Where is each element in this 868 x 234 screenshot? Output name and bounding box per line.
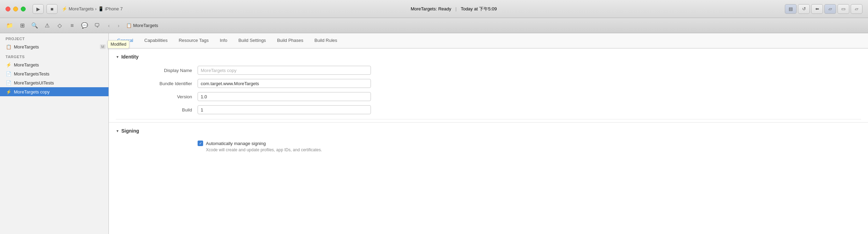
layout-panel-left-button[interactable]: ▱ [824, 4, 836, 14]
tab-build-settings-label: Build Settings [238, 38, 266, 43]
time-text: Today at 下午5:09 [461, 6, 497, 12]
identity-collapse-icon[interactable]: ▼ [116, 55, 119, 59]
tab-capabilities[interactable]: Capabilities [139, 33, 173, 48]
maximize-button[interactable] [21, 7, 26, 11]
layout-left-button[interactable]: ▤ [785, 4, 797, 14]
status-separator: | [455, 6, 457, 11]
comment-icon[interactable]: 🗨 [92, 20, 103, 31]
warning-icon[interactable]: ⚠ [42, 20, 53, 31]
breadcrumb-label: MoreTargets [133, 23, 158, 28]
breadcrumb-icon: 📋 [126, 23, 132, 28]
bundle-id-input[interactable] [198, 79, 371, 88]
tab-build-rules[interactable]: Build Rules [309, 33, 343, 48]
auto-signing-label: Automatically manage signing [206, 141, 266, 146]
build-input[interactable] [198, 105, 371, 114]
status-text: MoreTargets: Ready [411, 6, 451, 11]
toolbar-navigation: ‹ › [104, 21, 123, 30]
settings-content: ▼ Identity Display Name Bundle Identifie… [109, 48, 868, 234]
project-icon: 📋 [6, 44, 12, 50]
tab-info[interactable]: Info [214, 33, 233, 48]
tab-build-settings[interactable]: Build Settings [233, 33, 272, 48]
tab-build-phases-label: Build Phases [277, 38, 303, 43]
main-area: PROJECT 📋 MoreTargets M TARGETS ⚡ MoreTa… [0, 33, 868, 234]
content-area: General Capabilities Resource Tags Info … [109, 33, 868, 234]
tab-capabilities-label: Capabilities [144, 38, 167, 43]
identity-section-title: Identity [121, 54, 139, 60]
tab-build-phases[interactable]: Build Phases [271, 33, 309, 48]
layout-panel-right-button[interactable]: ▱ [851, 4, 862, 14]
section-divider [116, 119, 861, 119]
signing-description: Xcode will create and update profiles, a… [206, 147, 440, 152]
target-item-label: MoreTargets [14, 62, 39, 68]
traffic-lights [6, 7, 26, 11]
sidebar-item-project[interactable]: 📋 MoreTargets M [0, 42, 108, 51]
layout-refresh-button[interactable]: ↺ [798, 4, 810, 14]
search-icon[interactable]: 🔍 [29, 20, 40, 31]
app-name: MoreTargets [69, 6, 94, 11]
titlebar-right-controls: ▤ ↺ ⬅ ▱ ▭ ▱ [785, 4, 862, 14]
sidebar-item-copy[interactable]: ⚡ MoreTargets copy [0, 87, 108, 96]
layout-panel-center-button[interactable]: ▭ [837, 4, 849, 14]
targets-section-label: TARGETS [0, 51, 108, 60]
uitest-item-label: MoreTargetsUITests [14, 80, 54, 86]
test-icon: 📄 [6, 71, 12, 77]
signing-checkbox-area: ✓ Automatically manage signing Xcode wil… [198, 141, 440, 152]
toolbar: 📁 ⊞ 🔍 ⚠ ◇ ≡ 💬 🗨 ‹ › 📋 MoreTargets [0, 18, 868, 33]
bundle-id-row: Bundle Identifier [109, 77, 868, 90]
back-button[interactable]: ‹ [104, 21, 114, 30]
signing-section-header: ▼ Signing [109, 122, 868, 138]
auto-signing-row: ✓ Automatically manage signing [198, 141, 440, 146]
sidebar: PROJECT 📋 MoreTargets M TARGETS ⚡ MoreTa… [0, 33, 109, 234]
diamond-icon[interactable]: ◇ [54, 20, 65, 31]
device-name: iPhone 7 [105, 6, 123, 11]
display-name-row: Display Name [109, 64, 868, 77]
build-row: Build [109, 103, 868, 116]
tab-build-rules-label: Build Rules [314, 38, 337, 43]
speech-icon[interactable]: 💬 [79, 20, 90, 31]
signing-collapse-icon[interactable]: ▼ [116, 129, 119, 133]
sidebar-item-moretargets[interactable]: ⚡ MoreTargets [0, 60, 108, 69]
identity-section-header: ▼ Identity [109, 48, 868, 64]
folder-icon[interactable]: 📁 [4, 20, 15, 31]
target-icon: ⚡ [6, 62, 12, 68]
titlebar-status: MoreTargets: Ready | Today at 下午5:09 [127, 6, 781, 12]
sidebar-item-uitests[interactable]: 📄 MoreTargetsUITests [0, 78, 108, 87]
build-label: Build [123, 107, 192, 112]
modified-badge: M [100, 44, 106, 49]
uitest-icon: 📄 [6, 80, 12, 86]
modified-tooltip: Modified [107, 40, 109, 48]
play-button[interactable]: ▶ [33, 4, 44, 14]
display-name-input[interactable] [198, 66, 371, 75]
list-icon[interactable]: ≡ [67, 20, 78, 31]
device-icon: 📱 [98, 6, 104, 11]
titlebar-breadcrumb: ⚡ MoreTargets › 📱 iPhone 7 [62, 6, 123, 11]
tab-resource-tags-label: Resource Tags [179, 38, 208, 43]
titlebar: ▶ ■ ⚡ MoreTargets › 📱 iPhone 7 MoreTarge… [0, 0, 868, 18]
version-row: Version [109, 90, 868, 103]
display-name-label: Display Name [123, 68, 192, 73]
copy-icon: ⚡ [6, 89, 12, 95]
stop-button[interactable]: ■ [46, 4, 58, 14]
auto-signing-checkbox[interactable]: ✓ [198, 141, 203, 146]
minimize-button[interactable] [13, 7, 18, 11]
test-item-label: MoreTargetsTests [14, 71, 50, 76]
breadcrumb-chevron: › [95, 6, 96, 11]
grid-icon[interactable]: ⊞ [17, 20, 28, 31]
tabs-bar: General Capabilities Resource Tags Info … [109, 33, 868, 48]
version-input[interactable] [198, 92, 371, 101]
layout-back-button[interactable]: ⬅ [811, 4, 823, 14]
project-item-label: MoreTargets [14, 44, 39, 50]
version-label: Version [123, 94, 192, 99]
titlebar-controls: ▶ ■ [33, 4, 58, 14]
signing-section-title: Signing [121, 128, 139, 134]
copy-item-label: MoreTargets copy [14, 89, 50, 94]
sidebar-item-tests[interactable]: 📄 MoreTargetsTests [0, 69, 108, 78]
tab-resource-tags[interactable]: Resource Tags [173, 33, 214, 48]
toolbar-breadcrumb: 📋 MoreTargets [126, 23, 158, 28]
forward-button[interactable]: › [114, 21, 123, 30]
app-icon: ⚡ [62, 6, 67, 11]
bundle-id-label: Bundle Identifier [123, 81, 192, 86]
tab-info-label: Info [220, 38, 227, 43]
project-section-label: PROJECT [0, 33, 108, 42]
close-button[interactable] [6, 7, 10, 11]
